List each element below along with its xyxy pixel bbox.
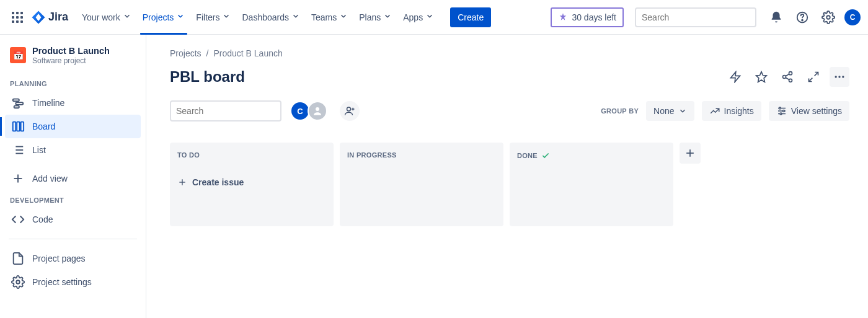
svg-marker-30: [756, 72, 767, 82]
svg-rect-3: [12, 16, 14, 19]
chevron-down-icon: [678, 107, 687, 115]
svg-point-12: [802, 19, 803, 20]
project-header[interactable]: 📅 Product B Launch Software project: [5, 46, 141, 74]
insights-icon: [709, 105, 720, 117]
check-icon: [541, 151, 550, 160]
sidebar-item-add-view[interactable]: Add view: [5, 167, 141, 190]
fullscreen-icon[interactable]: [804, 67, 823, 87]
premium-icon: [558, 12, 568, 22]
breadcrumb-current[interactable]: Product B Launch: [213, 48, 282, 58]
chevron-down-icon: [291, 12, 300, 22]
board-search-input[interactable]: [176, 106, 285, 116]
sidebar-item-timeline[interactable]: Timeline: [5, 91, 141, 115]
jira-logo-text: Jira: [48, 11, 68, 24]
column-header: Done: [517, 151, 666, 160]
column-header: In progress: [347, 151, 496, 159]
plus-icon: [177, 177, 187, 187]
svg-point-39: [838, 76, 840, 77]
svg-point-40: [842, 76, 844, 77]
app-switcher-icon[interactable]: [7, 7, 27, 27]
svg-rect-4: [16, 16, 19, 19]
svg-line-37: [809, 78, 813, 82]
help-icon[interactable]: [792, 7, 812, 27]
sidebar-item-project-pages[interactable]: Project pages: [5, 247, 141, 270]
star-icon[interactable]: [751, 67, 771, 87]
assignee-avatars: C: [290, 101, 327, 121]
settings-icon[interactable]: [818, 7, 838, 27]
jira-logo[interactable]: Jira: [31, 10, 68, 25]
board-icon: [11, 120, 25, 133]
page-icon: [11, 252, 25, 265]
svg-point-31: [789, 72, 792, 75]
chevron-down-icon: [176, 12, 185, 22]
chevron-down-icon: [383, 12, 392, 22]
group-by-label: Group by: [601, 107, 639, 115]
svg-rect-16: [14, 106, 19, 108]
svg-line-34: [786, 74, 789, 76]
notifications-icon[interactable]: [766, 7, 786, 27]
project-icon: 📅: [10, 47, 26, 63]
svg-point-38: [835, 76, 837, 77]
add-column-button[interactable]: [680, 143, 701, 164]
nav-filters[interactable]: Filters: [191, 0, 236, 35]
view-settings-button[interactable]: View settings: [769, 101, 849, 121]
sidebar-item-board[interactable]: Board: [5, 115, 141, 138]
add-people-button[interactable]: [340, 101, 360, 121]
nav-dashboards[interactable]: Dashboards: [237, 0, 305, 35]
svg-point-51: [782, 110, 784, 112]
automation-icon[interactable]: [725, 67, 745, 87]
svg-rect-19: [21, 122, 24, 131]
svg-rect-0: [12, 12, 14, 14]
sidebar: 📅 Product B Launch Software project Plan…: [0, 35, 146, 318]
nav-teams[interactable]: Teams: [306, 0, 353, 35]
svg-rect-17: [13, 122, 16, 131]
create-issue-button[interactable]: Create issue: [177, 177, 326, 187]
svg-point-52: [780, 113, 782, 115]
global-search-input[interactable]: [642, 12, 750, 22]
chevron-down-icon: [123, 12, 131, 22]
svg-point-50: [779, 107, 781, 109]
sidebar-item-project-settings[interactable]: Project settings: [5, 270, 141, 294]
svg-rect-1: [16, 12, 19, 14]
svg-rect-6: [12, 20, 14, 23]
global-search[interactable]: [635, 7, 756, 27]
project-subtitle: Software project: [32, 56, 110, 65]
column-in-progress[interactable]: In progress: [340, 143, 503, 226]
avatar-unassigned[interactable]: [308, 101, 327, 121]
column-done[interactable]: Done: [510, 143, 673, 226]
top-nav: Jira Your work Projects Filters Dashboar…: [0, 0, 868, 35]
svg-rect-7: [16, 20, 19, 23]
column-header: To do: [177, 151, 326, 159]
timeline-icon: [11, 96, 25, 110]
nav-your-work[interactable]: Your work: [77, 0, 136, 35]
breadcrumb-root[interactable]: Projects: [170, 48, 202, 58]
share-icon[interactable]: [777, 67, 797, 87]
sidebar-item-list[interactable]: List: [5, 138, 141, 162]
more-icon[interactable]: [830, 67, 849, 87]
column-todo[interactable]: To do Create issue: [170, 143, 334, 226]
gear-icon: [11, 275, 25, 289]
nav-projects[interactable]: Projects: [138, 0, 190, 35]
nav-apps[interactable]: Apps: [398, 0, 439, 35]
svg-point-44: [347, 107, 351, 111]
breadcrumb: Projects / Product B Launch: [170, 48, 849, 58]
plus-icon: [684, 147, 696, 159]
svg-point-32: [783, 76, 786, 79]
user-avatar[interactable]: C: [844, 9, 861, 25]
list-icon: [11, 143, 25, 157]
board-title: PBL board: [170, 68, 245, 86]
section-planning: Planning: [5, 74, 141, 91]
group-by-dropdown[interactable]: None: [646, 101, 694, 121]
sidebar-item-code[interactable]: Code: [5, 208, 141, 231]
svg-rect-15: [16, 102, 23, 105]
board-search[interactable]: [170, 100, 281, 121]
create-button[interactable]: Create: [450, 7, 491, 27]
svg-point-28: [16, 280, 20, 284]
board-columns: To do Create issue In progress Done: [170, 143, 849, 226]
nav-plans[interactable]: Plans: [354, 0, 397, 35]
insights-button[interactable]: Insights: [702, 101, 761, 121]
trial-days-button[interactable]: 30 days left: [551, 7, 624, 27]
svg-point-33: [789, 79, 792, 82]
chevron-down-icon: [425, 12, 434, 22]
nav-items: Your work Projects Filters Dashboards Te…: [77, 0, 439, 35]
